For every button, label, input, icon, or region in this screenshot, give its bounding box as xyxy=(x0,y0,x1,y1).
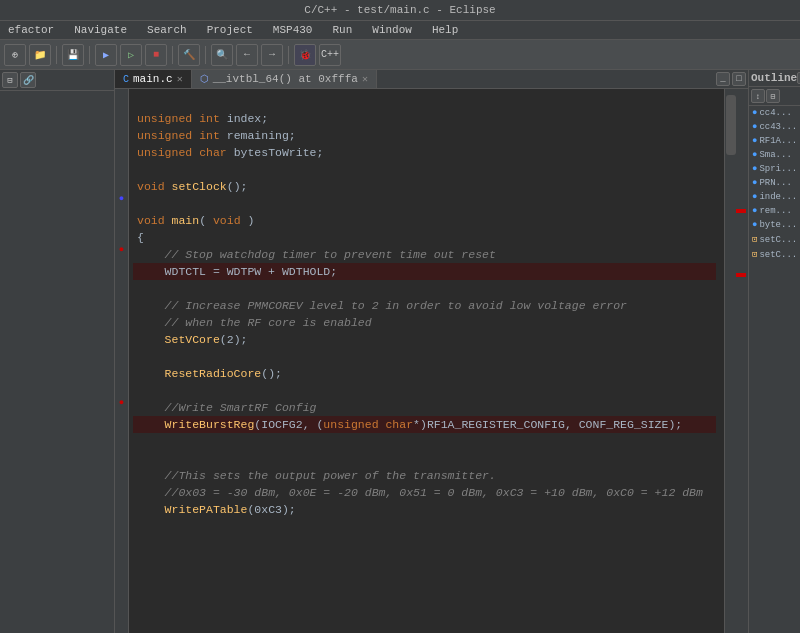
field-icon-0: ● xyxy=(752,108,757,118)
outline-item-4[interactable]: ● Spri... xyxy=(749,162,800,176)
main-area: ⊟ 🔗 C main.c ✕ ⬡ __ivtbl_64() at 0xfffa … xyxy=(0,70,800,633)
menu-navigate[interactable]: Navigate xyxy=(70,23,131,37)
gutter-line-23 xyxy=(115,463,128,480)
gutter-line-21 xyxy=(115,429,128,446)
build-button[interactable]: 🔨 xyxy=(178,44,200,66)
open-button[interactable]: 📁 xyxy=(29,44,51,66)
link-editor-button[interactable]: 🔗 xyxy=(20,72,36,88)
tab-ivtbl[interactable]: ⬡ __ivtbl_64() at 0xfffa ✕ xyxy=(192,70,377,88)
outline-item-label-10: setC... xyxy=(759,250,797,260)
title-text: C/C++ - test/main.c - Eclipse xyxy=(304,4,495,16)
code-editor[interactable]: ● ● ● xyxy=(115,89,748,633)
new-button[interactable]: ⊕ xyxy=(4,44,26,66)
debug-button[interactable]: ▶ xyxy=(95,44,117,66)
next-button[interactable]: → xyxy=(261,44,283,66)
right-panel: Outline _ □ ↕ ⊟ ● cc4... ● cc43... ● RF1… xyxy=(748,70,800,633)
outline-item-label-9: setC... xyxy=(759,235,797,245)
gutter-line-12 xyxy=(115,276,128,293)
toolbar-sep-5 xyxy=(288,46,289,64)
tab-ivtbl-close[interactable]: ✕ xyxy=(362,73,368,85)
perspective-cpp[interactable]: C++ xyxy=(319,44,341,66)
gutter-line-7-debug: ● xyxy=(115,191,128,208)
save-button[interactable]: 💾 xyxy=(62,44,84,66)
gutter-line-17 xyxy=(115,361,128,378)
overview-ruler xyxy=(736,89,748,633)
collapse-all-button[interactable]: ⊟ xyxy=(2,72,18,88)
outline-item-6[interactable]: ● inde... xyxy=(749,190,800,204)
left-panel: ⊟ 🔗 xyxy=(0,70,115,633)
gutter-line-14 xyxy=(115,310,128,327)
gutter-line-16 xyxy=(115,344,128,361)
outline-item-0[interactable]: ● cc4... xyxy=(749,106,800,120)
gutter-line-9 xyxy=(115,225,128,242)
field-icon-7: ● xyxy=(752,206,757,216)
editor-scrollbar[interactable] xyxy=(724,89,736,633)
outline-filter-button[interactable]: ⊟ xyxy=(766,89,780,103)
toolbar-sep-2 xyxy=(89,46,90,64)
outline-sort-button[interactable]: ↕ xyxy=(751,89,765,103)
field-icon-6: ● xyxy=(752,192,757,202)
outline-item-label-2: RF1A... xyxy=(759,136,797,146)
method-icon-9: ⊡ xyxy=(752,234,757,245)
menu-search[interactable]: Search xyxy=(143,23,191,37)
outline-item-5[interactable]: ● PRN... xyxy=(749,176,800,190)
search-button[interactable]: 🔍 xyxy=(211,44,233,66)
minimize-editor-button[interactable]: _ xyxy=(716,72,730,86)
editor-tabs: C main.c ✕ ⬡ __ivtbl_64() at 0xfffa ✕ _ … xyxy=(115,70,748,89)
field-icon-3: ● xyxy=(752,150,757,160)
toolbar-sep-1 xyxy=(56,46,57,64)
field-icon-1: ● xyxy=(752,122,757,132)
outline-item-label-7: rem... xyxy=(759,206,791,216)
toolbar-sep-3 xyxy=(172,46,173,64)
outline-item-label-5: PRN... xyxy=(759,178,791,188)
gutter-line-6 xyxy=(115,174,128,191)
outline-item-9[interactable]: ⊡ setC... xyxy=(749,232,800,247)
field-icon-4: ● xyxy=(752,164,757,174)
outline-item-label-6: inde... xyxy=(759,192,797,202)
gutter-line-10-bp: ● xyxy=(115,242,128,259)
left-panel-toolbar: ⊟ 🔗 xyxy=(0,70,114,91)
gutter-line-5 xyxy=(115,157,128,174)
method-icon-10: ⊡ xyxy=(752,249,757,260)
gutter-line-3 xyxy=(115,123,128,140)
editor-gutter: ● ● ● xyxy=(115,89,129,633)
maximize-editor-button[interactable]: □ xyxy=(732,72,746,86)
c-file-icon: C xyxy=(123,74,129,85)
toolbar-sep-4 xyxy=(205,46,206,64)
menu-bar: efactor Navigate Search Project MSP430 R… xyxy=(0,21,800,40)
field-icon-8: ● xyxy=(752,220,757,230)
gutter-line-22 xyxy=(115,446,128,463)
menu-msp430[interactable]: MSP430 xyxy=(269,23,317,37)
outline-item-7[interactable]: ● rem... xyxy=(749,204,800,218)
menu-project[interactable]: Project xyxy=(203,23,257,37)
gutter-line-1 xyxy=(115,89,128,106)
field-icon-5: ● xyxy=(752,178,757,188)
prev-button[interactable]: ← xyxy=(236,44,258,66)
gutter-line-4 xyxy=(115,140,128,157)
gutter-line-15 xyxy=(115,327,128,344)
stop-button[interactable]: ■ xyxy=(145,44,167,66)
menu-run[interactable]: Run xyxy=(328,23,356,37)
perspective-debug[interactable]: 🐞 xyxy=(294,44,316,66)
menu-efactor[interactable]: efactor xyxy=(4,23,58,37)
project-explorer-empty xyxy=(0,91,114,110)
outline-item-label-1: cc43... xyxy=(759,122,797,132)
outline-item-2[interactable]: ● RF1A... xyxy=(749,134,800,148)
tab-ivtbl-label: __ivtbl_64() at 0xfffa xyxy=(213,73,358,85)
outline-item-3[interactable]: ● Sma... xyxy=(749,148,800,162)
field-icon-2: ● xyxy=(752,136,757,146)
ruler-bp-1 xyxy=(736,209,746,213)
tab-main-c[interactable]: C main.c ✕ xyxy=(115,70,192,88)
gutter-line-18 xyxy=(115,378,128,395)
menu-window[interactable]: Window xyxy=(368,23,416,37)
tab-main-c-close[interactable]: ✕ xyxy=(177,73,183,85)
run-button[interactable]: ▷ xyxy=(120,44,142,66)
outline-item-1[interactable]: ● cc43... xyxy=(749,120,800,134)
gutter-line-19-bp: ● xyxy=(115,395,128,412)
menu-help[interactable]: Help xyxy=(428,23,462,37)
ruler-bp-2 xyxy=(736,273,746,277)
outline-item-10[interactable]: ⊡ setC... xyxy=(749,247,800,262)
outline-item-8[interactable]: ● byte... xyxy=(749,218,800,232)
code-content[interactable]: unsigned int index; unsigned int remaini… xyxy=(129,89,724,633)
editor-scrollbar-thumb[interactable] xyxy=(726,95,736,155)
